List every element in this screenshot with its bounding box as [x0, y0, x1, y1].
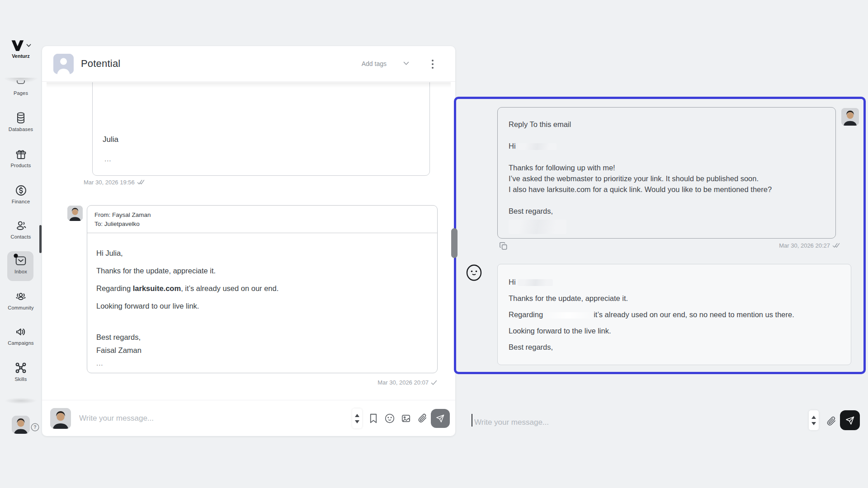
message-timestamp: Mar 30, 2026 19:56: [84, 179, 145, 186]
message-card-outgoing-truncated: Julia ...: [92, 82, 430, 176]
page-title: Potential: [81, 58, 120, 70]
email-to: To: Julietpavelko: [94, 220, 430, 229]
email-from: From: Faysal Zaman: [94, 211, 430, 220]
suggestion-line: Looking forward to the live link.: [509, 326, 840, 336]
redacted-domain: [543, 312, 594, 319]
email-line: Looking forward to our live link.: [96, 301, 428, 310]
message-input[interactable]: [79, 410, 332, 427]
bold-domain: larksuite.com: [133, 284, 181, 292]
suggestion-line: Hi: [509, 277, 840, 287]
svg-text:?: ?: [33, 425, 36, 430]
sidebar-item-label: Pages: [14, 90, 28, 96]
double-check-icon: [832, 243, 840, 249]
composer-user-avatar[interactable]: [50, 408, 71, 429]
suggestion-line: Regardingit’s already used on our end, s…: [509, 310, 840, 319]
reply-sender-avatar[interactable]: [841, 108, 859, 126]
ai-suggested-reply-card[interactable]: Hi Thanks for the update, appreciate it.…: [497, 264, 851, 365]
email-signature: Faisal Zaman: [96, 346, 428, 355]
reply-timestamp: Mar 30, 2026 20:27: [497, 242, 840, 249]
reply-message-input[interactable]: [474, 416, 745, 429]
paperclip-icon[interactable]: [417, 413, 428, 424]
dollar-circle-icon: [15, 184, 27, 197]
sidebar-item-label: Skills: [15, 376, 27, 382]
help-button[interactable]: ?: [31, 423, 39, 432]
image-icon[interactable]: [401, 413, 411, 424]
reply-line: Thanks for following up with me!: [509, 163, 825, 173]
inbox-envelope-icon: [14, 255, 27, 267]
sidebar-item-label: Products: [10, 163, 31, 168]
venturz-v-icon: [11, 40, 24, 52]
sidebar-item-skills[interactable]: Skills: [0, 361, 42, 382]
tags-chevron-down-icon[interactable]: [403, 61, 409, 66]
unread-dot: [14, 253, 18, 258]
sidebar-item-label: Contacts: [10, 234, 31, 239]
sender-avatar[interactable]: [67, 206, 83, 221]
redacted-signature: [509, 220, 566, 234]
composer-scroll-stepper[interactable]: [352, 408, 362, 428]
message-list[interactable]: Julia ... Mar 30, 2026 19:56 From: Faysa…: [42, 82, 455, 400]
sidebar: Venturz Pages Databases Products Finance…: [0, 0, 42, 488]
panel-drag-handle[interactable]: [451, 228, 458, 258]
redacted-name: [518, 143, 557, 150]
pages-icon: [15, 80, 27, 88]
reply-scroll-stepper[interactable]: [809, 410, 819, 430]
user-avatar[interactable]: [12, 416, 30, 434]
sidebar-item-databases[interactable]: Databases: [0, 112, 42, 132]
reply-send-button[interactable]: [840, 410, 860, 430]
sidebar-item-finance[interactable]: Finance: [0, 184, 42, 204]
sidebar-scrollbar-thumb[interactable]: [39, 225, 42, 253]
more-options-kebab-icon[interactable]: [427, 58, 438, 70]
paperclip-icon[interactable]: [826, 416, 837, 427]
community-icon: [14, 290, 27, 303]
sidebar-item-campaigns[interactable]: Campaigns: [0, 326, 42, 346]
ai-smiley-icon: [466, 264, 482, 281]
sidebar-item-pages[interactable]: Pages: [0, 80, 42, 96]
reply-signoff: Best regards,: [509, 206, 825, 216]
send-button[interactable]: [431, 409, 450, 428]
sidebar-item-community[interactable]: Community: [0, 290, 42, 310]
arrow-up-icon: [811, 416, 816, 419]
collapsed-ellipsis[interactable]: ...: [104, 155, 112, 163]
database-icon: [15, 112, 27, 124]
sidebar-item-label: Community: [8, 305, 33, 310]
brand-name: Venturz: [12, 53, 30, 59]
conversation-panel: Potential Add tags Julia ... Mar 30, 202…: [42, 46, 455, 436]
sent-reply-card: Reply To this email Hi Thanks for follow…: [497, 107, 836, 239]
scroll-fade: [47, 82, 451, 88]
contacts-icon: [15, 220, 27, 232]
email-line: Hi Julia,: [96, 249, 428, 258]
send-plane-icon: [436, 414, 445, 423]
message-composer: [42, 400, 455, 436]
email-line: Thanks for the update, appreciate it.: [96, 266, 428, 275]
message-timestamp: Mar 30, 2026 20:07: [377, 379, 437, 386]
brand-logo[interactable]: Venturz: [0, 40, 42, 59]
emoji-icon[interactable]: [384, 413, 395, 424]
redacted-name: [518, 279, 553, 286]
reply-line: I’ve asked the webmaster to prioritize y…: [509, 174, 825, 183]
suggestion-signoff: Best regards,: [509, 342, 840, 352]
chevron-down-icon: [26, 44, 31, 47]
text-caret: [472, 414, 472, 427]
sidebar-bottom-divider: [5, 398, 37, 404]
message-text: Julia: [103, 135, 118, 144]
sidebar-item-label: Inbox: [14, 269, 27, 274]
megaphone-icon: [14, 326, 27, 338]
sidebar-item-label: Campaigns: [8, 340, 33, 346]
bookmark-icon[interactable]: [368, 413, 378, 424]
arrow-down-icon: [355, 420, 359, 423]
sidebar-item-products[interactable]: Products: [0, 148, 42, 168]
send-plane-icon: [845, 416, 855, 425]
arrow-up-icon: [355, 414, 359, 417]
collapsed-ellipsis[interactable]: ...: [96, 359, 428, 368]
email-signoff: Best regards,: [96, 333, 428, 342]
sidebar-item-contacts[interactable]: Contacts: [0, 220, 42, 239]
sidebar-item-inbox[interactable]: Inbox: [0, 255, 42, 274]
contact-avatar-placeholder[interactable]: [53, 54, 74, 74]
email-body: Hi Julia, Thanks for the update, appreci…: [87, 233, 437, 368]
skills-network-icon: [14, 361, 27, 374]
conversation-header: Potential Add tags: [42, 46, 455, 82]
single-check-icon: [431, 380, 437, 385]
gift-icon: [15, 148, 27, 160]
email-line: Regarding larksuite.com, it’s already us…: [96, 284, 428, 293]
add-tags-button[interactable]: Add tags: [362, 60, 387, 67]
